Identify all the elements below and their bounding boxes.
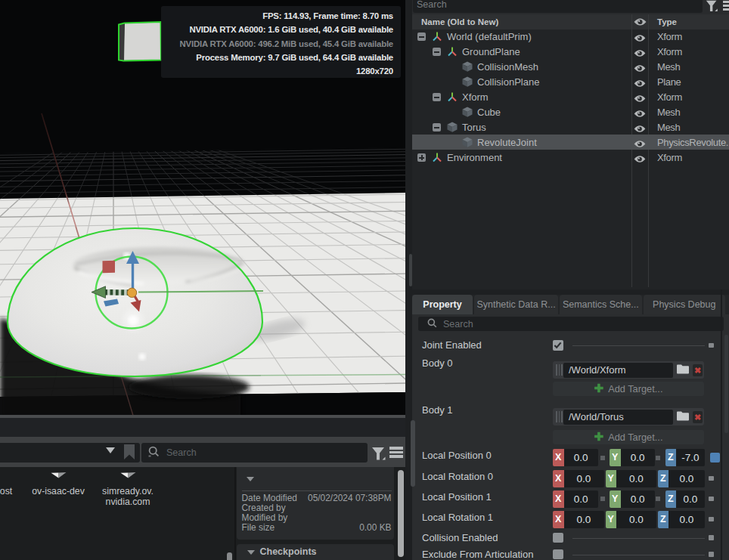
add-target-button[interactable]: ✚Add Target...: [553, 382, 704, 396]
details-value: 0.00 KB: [359, 523, 391, 533]
details-collapse-caret[interactable]: [247, 477, 254, 481]
property-label: Local Position 0: [422, 450, 492, 461]
checkpoints-section[interactable]: Checkpoints: [237, 544, 394, 560]
default-indicator[interactable]: [709, 517, 714, 522]
value-z[interactable]: -7.0: [676, 449, 705, 466]
viewport-3d[interactable]: FPS: 114.93, Frame time: 8.70 ms NVIDIA …: [0, 0, 405, 418]
stage-tree-row[interactable]: EnvironmentXform: [412, 150, 729, 165]
prim-name[interactable]: Environment: [447, 152, 502, 163]
folder-icon[interactable]: [676, 410, 690, 425]
stage-menu-icon[interactable]: [723, 1, 729, 11]
target-path-value[interactable]: /World/Xform: [563, 363, 673, 378]
value-y[interactable]: 0.0: [616, 470, 656, 487]
value-x[interactable]: 0.0: [564, 511, 604, 528]
xform-icon: [446, 45, 458, 60]
content-search-input[interactable]: Search: [141, 443, 368, 463]
property-search-input[interactable]: Search: [418, 317, 724, 331]
stage-tree-row[interactable]: CollisionPlanePlane: [412, 74, 729, 89]
default-indicator[interactable]: [709, 476, 714, 481]
stage-search-input[interactable]: Search: [413, 0, 703, 13]
stage-tree-row[interactable]: XformXform: [412, 89, 729, 104]
stage-scrollbar-thumb[interactable]: [409, 254, 412, 286]
details-scrollbar-thumb[interactable]: [398, 470, 404, 557]
grid-scrollbar-thumb[interactable]: [227, 552, 232, 560]
remove-target-icon[interactable]: ✖: [693, 364, 703, 376]
value-y[interactable]: 0.0: [621, 490, 656, 508]
drag-grip-icon[interactable]: [556, 411, 563, 422]
prim-name[interactable]: GroundPlane: [462, 46, 520, 57]
property-scrollbar-left-thumb[interactable]: [411, 420, 415, 487]
stage-column-header[interactable]: Name (Old to New) Type: [412, 14, 729, 29]
value-x[interactable]: 0.0: [564, 449, 599, 466]
tab-property[interactable]: Property: [412, 295, 473, 314]
filter-icon[interactable]: [371, 447, 386, 465]
link-toggle[interactable]: [600, 456, 605, 460]
default-indicator[interactable]: [709, 343, 714, 348]
file-grid[interactable]: ostov-isaac-devsimready.ov.nvidia.com: [0, 467, 234, 560]
value-z[interactable]: 0.0: [669, 511, 705, 528]
value-z[interactable]: 0.0: [676, 490, 705, 508]
checkpoints-collapse-caret[interactable]: [247, 550, 255, 555]
checkbox-checked[interactable]: [553, 340, 563, 351]
tab-physics-debug[interactable]: Physics Debug: [644, 295, 726, 314]
prim-name[interactable]: Xform: [462, 91, 489, 103]
value-x[interactable]: 0.0: [564, 490, 599, 508]
stage-tree-row[interactable]: World (defaultPrim)Xform: [412, 29, 729, 44]
default-indicator[interactable]: [709, 552, 714, 557]
prim-name[interactable]: World (defaultPrim): [447, 31, 532, 42]
default-indicator[interactable]: [709, 535, 714, 540]
value-x[interactable]: 0.0: [564, 470, 604, 487]
path-field[interactable]: [0, 443, 140, 463]
tab-semantics-sche[interactable]: Semantics Sche...: [560, 295, 642, 314]
cube-mesh[interactable]: [119, 22, 161, 61]
link-toggle[interactable]: [600, 497, 605, 501]
collapse-icon[interactable]: [417, 32, 426, 41]
property-scrollbar-right-thumb[interactable]: [724, 335, 728, 433]
expand-icon[interactable]: [417, 153, 426, 162]
value-z[interactable]: 0.0: [669, 470, 705, 487]
visibility-eye-icon[interactable]: [634, 153, 646, 166]
column-type[interactable]: Type: [657, 17, 677, 26]
value-y[interactable]: 0.0: [616, 511, 656, 528]
prim-name[interactable]: Torus: [462, 122, 486, 133]
column-name[interactable]: Name (Old to New): [421, 17, 498, 26]
checkbox-unchecked[interactable]: [553, 549, 563, 560]
prim-name[interactable]: Cube: [477, 107, 501, 118]
add-target-button[interactable]: ✚Add Target...: [553, 430, 704, 444]
details-value: 05/02/2024 07:38PM: [308, 493, 391, 503]
prim-name[interactable]: CollisionPlane: [477, 76, 539, 88]
link-toggle[interactable]: [656, 456, 660, 460]
column-visibility-eye-icon[interactable]: [634, 17, 647, 28]
drag-grip-icon[interactable]: [556, 364, 563, 376]
stage-tree-row[interactable]: TorusMesh: [412, 119, 729, 135]
file-grid-item[interactable]: simready.ov.nvidia.com: [93, 467, 163, 515]
prim-name[interactable]: CollisionMesh: [477, 61, 538, 73]
remove-target-icon[interactable]: ✖: [693, 411, 703, 423]
search-icon: [148, 446, 160, 460]
bookmark-icon[interactable]: [123, 444, 135, 463]
stage-tree-row[interactable]: RevoluteJointPhysicsRevolute...: [412, 135, 729, 150]
default-indicator[interactable]: [709, 497, 714, 502]
value-y[interactable]: 0.0: [621, 449, 656, 466]
file-grid-item[interactable]: ov-isaac-dev: [23, 467, 93, 515]
link-toggle[interactable]: [656, 497, 660, 501]
menu-icon[interactable]: [389, 447, 403, 458]
checkbox-unchecked[interactable]: [553, 533, 563, 543]
path-dropdown-caret[interactable]: [106, 447, 115, 453]
horizontal-splitter[interactable]: [412, 289, 729, 295]
stage-filter-icon[interactable]: [706, 0, 718, 16]
tab-synthetic-data-r[interactable]: Synthetic Data R...: [474, 295, 558, 314]
stage-tree-row[interactable]: CollisionMeshMesh: [412, 59, 729, 74]
stage-tree-row[interactable]: GroundPlaneXform: [412, 44, 729, 59]
stage-tree-row[interactable]: CubeMesh: [412, 104, 729, 119]
prim-name[interactable]: RevoluteJoint: [477, 137, 537, 148]
collapse-icon[interactable]: [433, 48, 441, 56]
axis-badge-x: X: [553, 490, 564, 508]
changed-indicator[interactable]: [710, 453, 720, 463]
folder-icon[interactable]: [676, 364, 690, 378]
target-path-value[interactable]: /World/Torus: [563, 410, 673, 425]
collapse-icon[interactable]: [433, 123, 441, 131]
property-body: Joint EnabledBody 0/World/Xform✖✚Add Tar…: [412, 333, 729, 560]
target-field: /World/Xform✖: [553, 361, 704, 379]
collapse-icon[interactable]: [433, 93, 441, 101]
